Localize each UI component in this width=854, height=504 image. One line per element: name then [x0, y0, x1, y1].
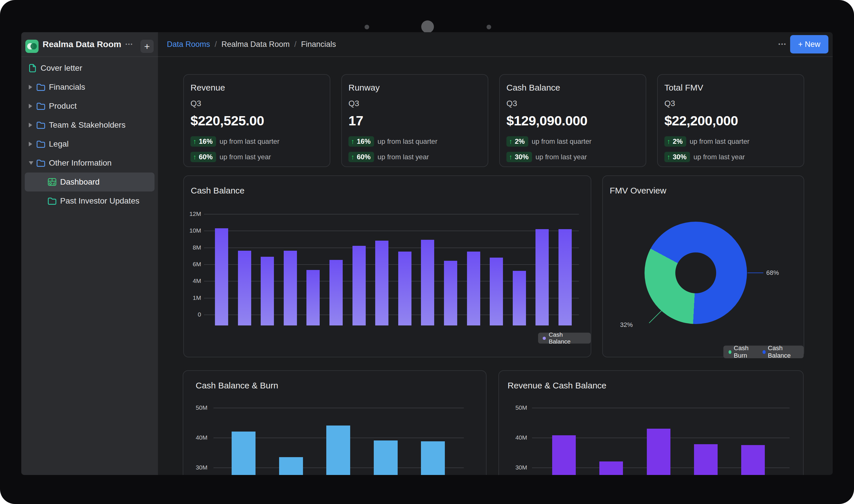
cash-balance-bar: [284, 251, 297, 325]
y-tick-label: 50M: [500, 404, 527, 411]
sidebar-item-cover-letter[interactable]: Cover letter: [21, 59, 158, 78]
stat-title: Total FMV: [664, 83, 797, 93]
chart-legend[interactable]: Cash Balance: [538, 332, 591, 344]
legend-label: Cash Balance: [768, 344, 799, 359]
y-tick-label: 10M: [186, 227, 201, 234]
y-tick-label: 1M: [186, 294, 201, 301]
legend-label: Cash Burn: [734, 344, 757, 359]
revenue-cash-balance-bar: [599, 462, 623, 475]
stat-card-runway: Runway Q3 17 ↑16% up from last quarter ↑…: [341, 74, 488, 167]
sidebar-item-label: Legal: [49, 140, 69, 149]
cash-balance-bar: [398, 252, 412, 325]
workspace-add-button[interactable]: +: [140, 40, 154, 53]
legend-item-cash-burn[interactable]: Cash Burn: [729, 344, 757, 359]
sidebar-header: Realma Data Room ••• +: [21, 32, 158, 57]
cash-balance-bar: [352, 246, 366, 325]
folder-icon: [36, 82, 46, 92]
sidebar-item-dashboard[interactable]: Dashboard: [25, 173, 155, 192]
stat-period: Q3: [506, 99, 639, 108]
cash-balance-bar: [513, 271, 526, 325]
cash-balance-bar: [421, 240, 434, 325]
breadcrumb-realma-data-room[interactable]: Realma Data Room: [222, 40, 290, 49]
gridline: [204, 264, 579, 265]
chevron-down-icon[interactable]: [29, 161, 33, 165]
legend-item-cash-balance[interactable]: Cash Balance: [763, 344, 799, 359]
sidebar-item-team-stakeholders[interactable]: Team & Stakeholders: [21, 115, 158, 134]
cash-balance-burn-bar: [326, 426, 350, 475]
sidebar-item-financials[interactable]: Financials: [21, 78, 158, 96]
up-arrow-icon: ↑: [509, 153, 512, 161]
sidebar-item-product[interactable]: Product: [21, 96, 158, 115]
sidebar-item-label: Other Information: [49, 158, 112, 168]
delta-label: up from last year: [220, 153, 271, 161]
gridline: [213, 408, 464, 408]
cash-balance-burn-bar: [374, 440, 398, 475]
cash-balance-bar: [261, 257, 274, 325]
sidebar-item-label: Team & Stakeholders: [49, 121, 125, 130]
sidebar-item-label: Dashboard: [60, 177, 100, 186]
sidebar-item-legal[interactable]: Legal: [21, 134, 158, 154]
stat-delta-year: ↑30% up from last year: [664, 151, 797, 162]
revenue-cash-balance-bar: [741, 445, 765, 475]
cash-balance-chart-card: Cash Balance 12M10M8M6M4M1M0 Cash Balanc…: [183, 175, 591, 357]
stat-delta-year: ↑60% up from last year: [348, 151, 481, 162]
stat-value: $129,090.000: [506, 113, 639, 128]
sidebar-items: Cover letterFinancialsProductTeam & Stak…: [21, 56, 158, 211]
delta-pct: 60%: [357, 153, 371, 161]
sidebar-item-label: Financials: [49, 83, 85, 92]
y-tick-label: 50M: [185, 404, 207, 411]
cash-balance-bar: [444, 261, 457, 325]
delta-pct: 2%: [673, 138, 683, 145]
y-tick-label: 6M: [186, 261, 201, 268]
chart-title: FMV Overview: [610, 186, 666, 196]
workspace-more-icon[interactable]: •••: [125, 32, 133, 56]
up-arrow-icon: ↑: [667, 153, 670, 161]
cash-balance-bar: [215, 228, 228, 325]
revenue-cash-balance-plot: 50M40M30M: [499, 371, 803, 475]
stat-delta-quarter: ↑2% up from last quarter: [506, 136, 639, 147]
chevron-right-icon[interactable]: [29, 142, 33, 146]
stat-title: Revenue: [191, 83, 323, 93]
chevron-right-icon[interactable]: [29, 104, 33, 108]
camera-dot-right: [487, 25, 491, 29]
app-window: Realma Data Room ••• + Cover letterFinan…: [21, 32, 833, 475]
delta-label: up from last quarter: [690, 138, 750, 145]
folder-teal-icon: [47, 196, 57, 206]
chevron-right-icon[interactable]: [29, 85, 33, 89]
document-icon: [27, 63, 38, 73]
breadcrumb-data-rooms[interactable]: Data Rooms: [167, 40, 210, 49]
delta-label: up from last year: [536, 153, 587, 161]
stat-value: 17: [348, 113, 481, 128]
sidebar-item-past-investor-updates[interactable]: Past Investor Updates: [21, 192, 158, 211]
stat-period: Q3: [664, 99, 797, 108]
delta-label: up from last year: [378, 153, 429, 161]
workspace-title: Realma Data Room: [42, 32, 121, 56]
chart-legend[interactable]: Cash Burn Cash Balance: [724, 346, 804, 358]
new-button[interactable]: + New: [790, 35, 829, 53]
stat-delta-quarter: ↑2% up from last quarter: [664, 136, 797, 147]
page-more-icon[interactable]: •••: [778, 32, 787, 56]
cash-balance-plot: 12M10M8M6M4M1M0: [184, 176, 591, 357]
folder-icon: [36, 101, 46, 111]
sidebar-item-other-information[interactable]: Other Information: [21, 154, 158, 173]
stat-delta-quarter: ↑16% up from last quarter: [348, 136, 481, 147]
y-tick-label: 40M: [185, 434, 207, 441]
sidebar-item-label: Product: [49, 102, 77, 111]
legend-dot-cash-balance: [763, 350, 765, 354]
revenue-cash-balance-bar: [647, 429, 670, 475]
callout-line-cash-burn: [649, 310, 662, 323]
y-tick-label: 12M: [186, 211, 201, 217]
stat-delta-year: ↑30% up from last year: [506, 151, 639, 162]
cash-balance-bar: [329, 260, 343, 325]
cash-balance-bar: [490, 258, 503, 325]
stat-delta-year: ↑60% up from last year: [191, 151, 323, 162]
delta-pct: 30%: [515, 153, 528, 161]
chevron-right-icon[interactable]: [29, 123, 33, 127]
revenue-cash-balance-bar: [552, 435, 576, 475]
main-area: Data Rooms / Realma Data Room / Financia…: [158, 32, 833, 475]
up-arrow-icon: ↑: [193, 153, 196, 161]
stat-delta-quarter: ↑16% up from last quarter: [191, 136, 323, 147]
gridline: [204, 214, 579, 215]
fmv-overview-card: FMV Overview 68% 32% Cash Burn Cash Bala…: [602, 175, 804, 357]
up-arrow-icon: ↑: [351, 153, 354, 161]
